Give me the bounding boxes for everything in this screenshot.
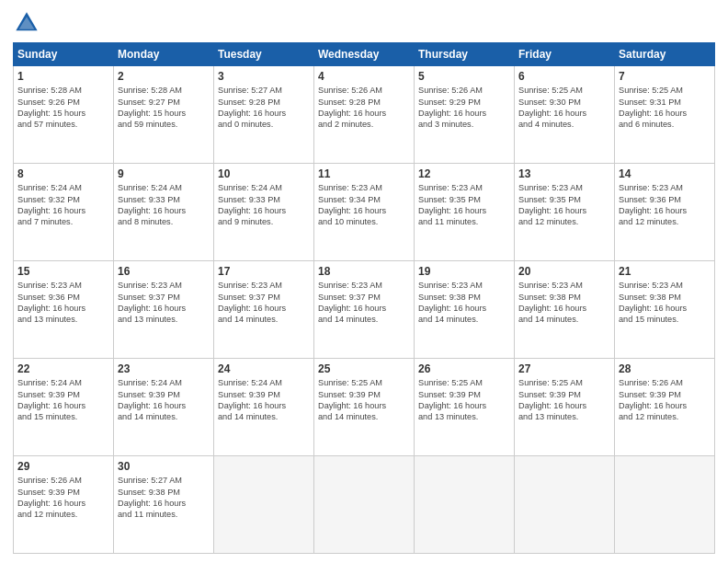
day-number: 5 [418,69,510,84]
day-info: Sunrise: 5:27 AM Sunset: 9:38 PM Dayligh… [118,475,210,521]
day-number: 1 [17,69,109,84]
day-info: Sunrise: 5:23 AM Sunset: 9:37 PM Dayligh… [318,280,410,326]
day-info: Sunrise: 5:23 AM Sunset: 9:35 PM Dayligh… [418,182,510,228]
day-number: 10 [218,167,310,181]
col-tuesday: Tuesday [214,43,314,66]
table-cell [515,456,615,554]
table-row: 22Sunrise: 5:24 AM Sunset: 9:39 PM Dayli… [14,359,715,456]
day-number: 18 [318,264,410,279]
table-row: 1Sunrise: 5:28 AM Sunset: 9:26 PM Daylig… [14,66,715,164]
day-info: Sunrise: 5:28 AM Sunset: 9:27 PM Dayligh… [118,85,210,131]
day-number: 30 [118,459,210,474]
day-number: 7 [619,69,711,84]
day-info: Sunrise: 5:25 AM Sunset: 9:39 PM Dayligh… [518,377,610,423]
day-number: 11 [318,167,410,181]
table-cell: 20Sunrise: 5:23 AM Sunset: 9:38 PM Dayli… [515,261,615,359]
table-cell [615,456,715,554]
day-info: Sunrise: 5:24 AM Sunset: 9:39 PM Dayligh… [218,377,310,423]
day-number: 4 [318,69,410,84]
day-info: Sunrise: 5:25 AM Sunset: 9:31 PM Dayligh… [619,85,711,131]
day-info: Sunrise: 5:26 AM Sunset: 9:39 PM Dayligh… [17,475,109,521]
day-info: Sunrise: 5:24 AM Sunset: 9:32 PM Dayligh… [17,182,109,228]
day-info: Sunrise: 5:24 AM Sunset: 9:39 PM Dayligh… [118,377,210,423]
header [13,9,715,37]
day-number: 14 [619,167,711,181]
col-wednesday: Wednesday [314,43,415,66]
table-row: 15Sunrise: 5:23 AM Sunset: 9:36 PM Dayli… [14,261,715,359]
day-number: 2 [118,69,210,84]
table-cell: 26Sunrise: 5:25 AM Sunset: 9:39 PM Dayli… [415,359,515,456]
day-info: Sunrise: 5:23 AM Sunset: 9:38 PM Dayligh… [418,280,510,326]
day-info: Sunrise: 5:25 AM Sunset: 9:39 PM Dayligh… [418,377,510,423]
day-info: Sunrise: 5:26 AM Sunset: 9:29 PM Dayligh… [418,85,510,131]
table-cell: 7Sunrise: 5:25 AM Sunset: 9:31 PM Daylig… [615,66,715,164]
day-info: Sunrise: 5:23 AM Sunset: 9:38 PM Dayligh… [518,280,610,326]
day-number: 21 [619,264,711,279]
day-info: Sunrise: 5:25 AM Sunset: 9:39 PM Dayligh… [318,377,410,423]
table-cell: 21Sunrise: 5:23 AM Sunset: 9:38 PM Dayli… [615,261,715,359]
day-number: 17 [218,264,310,279]
table-cell: 29Sunrise: 5:26 AM Sunset: 9:39 PM Dayli… [14,456,114,554]
day-info: Sunrise: 5:23 AM Sunset: 9:36 PM Dayligh… [619,182,711,228]
day-number: 24 [218,362,310,376]
table-cell: 15Sunrise: 5:23 AM Sunset: 9:36 PM Dayli… [14,261,114,359]
day-number: 3 [218,69,310,84]
day-info: Sunrise: 5:28 AM Sunset: 9:26 PM Dayligh… [17,85,109,131]
day-number: 8 [17,167,109,181]
col-sunday: Sunday [14,43,114,66]
table-cell: 4Sunrise: 5:26 AM Sunset: 9:28 PM Daylig… [314,66,415,164]
day-number: 20 [518,264,610,279]
table-cell: 5Sunrise: 5:26 AM Sunset: 9:29 PM Daylig… [415,66,515,164]
day-number: 27 [518,362,610,376]
day-number: 23 [118,362,210,376]
day-info: Sunrise: 5:25 AM Sunset: 9:30 PM Dayligh… [518,85,610,131]
day-info: Sunrise: 5:23 AM Sunset: 9:37 PM Dayligh… [218,280,310,326]
day-number: 13 [518,167,610,181]
day-number: 12 [418,167,510,181]
day-number: 25 [318,362,410,376]
day-info: Sunrise: 5:24 AM Sunset: 9:33 PM Dayligh… [218,182,310,228]
day-info: Sunrise: 5:26 AM Sunset: 9:28 PM Dayligh… [318,85,410,131]
day-number: 22 [17,362,109,376]
day-number: 6 [518,69,610,84]
table-row: 29Sunrise: 5:26 AM Sunset: 9:39 PM Dayli… [14,456,715,554]
day-info: Sunrise: 5:23 AM Sunset: 9:35 PM Dayligh… [518,182,610,228]
day-info: Sunrise: 5:23 AM Sunset: 9:38 PM Dayligh… [619,280,711,326]
col-thursday: Thursday [415,43,515,66]
day-number: 19 [418,264,510,279]
day-number: 28 [619,362,711,376]
table-cell: 19Sunrise: 5:23 AM Sunset: 9:38 PM Dayli… [415,261,515,359]
table-cell: 25Sunrise: 5:25 AM Sunset: 9:39 PM Dayli… [314,359,415,456]
calendar-header-row: Sunday Monday Tuesday Wednesday Thursday… [14,43,715,66]
table-cell: 10Sunrise: 5:24 AM Sunset: 9:33 PM Dayli… [214,164,314,261]
table-cell: 14Sunrise: 5:23 AM Sunset: 9:36 PM Dayli… [615,164,715,261]
table-cell: 27Sunrise: 5:25 AM Sunset: 9:39 PM Dayli… [515,359,615,456]
logo [13,9,44,37]
table-cell [415,456,515,554]
day-number: 29 [17,459,109,474]
table-cell: 16Sunrise: 5:23 AM Sunset: 9:37 PM Dayli… [114,261,214,359]
day-number: 15 [17,264,109,279]
day-info: Sunrise: 5:23 AM Sunset: 9:34 PM Dayligh… [318,182,410,228]
table-cell: 12Sunrise: 5:23 AM Sunset: 9:35 PM Dayli… [415,164,515,261]
day-number: 9 [118,167,210,181]
day-info: Sunrise: 5:27 AM Sunset: 9:28 PM Dayligh… [218,85,310,131]
table-cell: 30Sunrise: 5:27 AM Sunset: 9:38 PM Dayli… [114,456,214,554]
day-info: Sunrise: 5:24 AM Sunset: 9:33 PM Dayligh… [118,182,210,228]
col-monday: Monday [114,43,214,66]
table-cell: 23Sunrise: 5:24 AM Sunset: 9:39 PM Dayli… [114,359,214,456]
day-info: Sunrise: 5:23 AM Sunset: 9:36 PM Dayligh… [17,280,109,326]
day-info: Sunrise: 5:23 AM Sunset: 9:37 PM Dayligh… [118,280,210,326]
day-info: Sunrise: 5:26 AM Sunset: 9:39 PM Dayligh… [619,377,711,423]
page: Sunday Monday Tuesday Wednesday Thursday… [0,0,728,563]
logo-icon [13,9,40,37]
table-cell: 17Sunrise: 5:23 AM Sunset: 9:37 PM Dayli… [214,261,314,359]
col-friday: Friday [515,43,615,66]
table-row: 8Sunrise: 5:24 AM Sunset: 9:32 PM Daylig… [14,164,715,261]
table-cell: 2Sunrise: 5:28 AM Sunset: 9:27 PM Daylig… [114,66,214,164]
day-number: 16 [118,264,210,279]
table-cell: 11Sunrise: 5:23 AM Sunset: 9:34 PM Dayli… [314,164,415,261]
table-cell: 13Sunrise: 5:23 AM Sunset: 9:35 PM Dayli… [515,164,615,261]
table-cell: 8Sunrise: 5:24 AM Sunset: 9:32 PM Daylig… [14,164,114,261]
table-cell [214,456,314,554]
